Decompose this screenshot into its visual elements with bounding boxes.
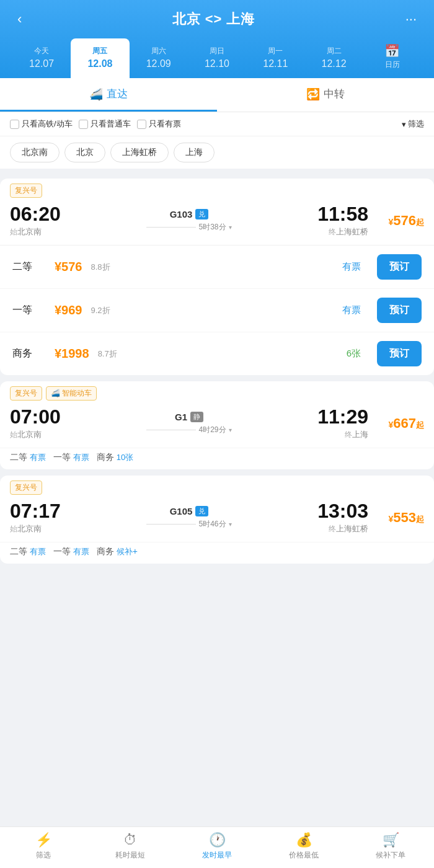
train-number: G103: [170, 209, 193, 219]
nav-label-cheapest: 价格最低: [289, 850, 319, 861]
nav-icon-waitlist: 🛒: [383, 832, 399, 848]
arrive-prefix: 终: [329, 228, 336, 236]
seat-avail: 有票: [342, 261, 361, 273]
date-item-mon[interactable]: 周一12.11: [246, 38, 304, 78]
back-button[interactable]: ‹: [12, 9, 27, 30]
filter-icon: ▾: [402, 120, 406, 129]
train-duration: 5时46分 ▾: [146, 519, 231, 529]
arrive-time: 11:29: [312, 407, 368, 427]
bottom-nav: ⚡筛选⏱耗时最短🕐发时最早💰价格最低🛒候补下单: [0, 826, 434, 868]
smart-train-tag: 🚄 智能动车: [46, 386, 97, 401]
more-button[interactable]: ···: [401, 9, 422, 30]
filter-putong[interactable]: 只看普通车: [79, 118, 131, 130]
nav-waitlist[interactable]: 🛒候补下单: [347, 832, 434, 861]
seat-price: ¥1998: [55, 347, 89, 361]
depart-time: 07:00: [10, 407, 66, 427]
train-middle: G103 兑 5时38分 ▾: [66, 209, 312, 232]
nav-icon-earliest: 🕐: [209, 832, 226, 848]
seat-row: 商务 ¥1998 8.7折 6张 预订: [0, 332, 434, 375]
tab-icon-transfer: 🔁: [306, 87, 320, 101]
train-main-row[interactable]: 06:20 始北京南 G103 兑 5时38分 ▾ 11:58 终上海虹桥 ¥5…: [0, 198, 434, 245]
nav-label-shortest: 耗时最短: [115, 850, 145, 861]
depart-station: 始北京南: [10, 429, 66, 440]
book-button[interactable]: 预订: [377, 298, 422, 323]
nav-shortest[interactable]: ⏱耗时最短: [87, 832, 174, 861]
price-col: ¥576起: [368, 213, 424, 229]
train-price: ¥553起: [388, 510, 424, 525]
date-item-tue[interactable]: 周二12.12: [304, 38, 363, 78]
station-sh[interactable]: 上海: [174, 143, 215, 162]
duration-text: 4时29分: [198, 425, 226, 435]
filter-ticket[interactable]: 只看有票: [137, 118, 181, 130]
seat-class: 商务: [12, 347, 42, 360]
station-bj[interactable]: 北京: [64, 143, 105, 162]
date-num: 12.07: [29, 58, 54, 69]
arrive-info: 11:58 终上海虹桥: [312, 204, 368, 237]
date-selector: 今天12.07周五12.08周六12.09周日12.10周一12.11周二12.…: [12, 38, 422, 78]
nav-icon-shortest: ⏱: [123, 832, 137, 848]
train-card-g103: 复兴号 06:20 始北京南 G103 兑 5时38分 ▾ 11:58 终上海虹…: [0, 179, 434, 375]
date-item-fri[interactable]: 周五12.08: [71, 38, 129, 78]
checkbox-ticket: [137, 120, 146, 129]
train-fuxing-tag: 复兴号: [10, 480, 42, 495]
train-middle: G105 兑 5时46分 ▾: [66, 506, 312, 529]
filter-button[interactable]: ▾ 筛选: [402, 118, 424, 130]
train-middle: G1 静 4时29分 ▾: [66, 412, 312, 435]
nav-icon-cheapest: 💰: [296, 832, 312, 848]
nav-earliest[interactable]: 🕐发时最早: [174, 832, 260, 861]
tab-label-direct: 直达: [107, 87, 128, 101]
seat-rows: 二等 ¥576 8.8折 有票 预订 一等 ¥969 9.2折 有票 预订 商务…: [0, 245, 434, 375]
price-col: ¥553起: [368, 510, 424, 526]
train-number: G1: [175, 412, 187, 422]
train-price: ¥667起: [388, 415, 424, 431]
date-num: 12.11: [263, 58, 288, 69]
nav-cheapest[interactable]: 💰价格最低: [260, 832, 347, 861]
train-duration: 4时29分 ▾: [146, 425, 231, 435]
train-main-row[interactable]: 07:17 始北京南 G105 兑 5时46分 ▾ 13:03 终上海虹桥 ¥5…: [0, 495, 434, 542]
seat-price: ¥969: [55, 303, 82, 317]
train-card-g1: 复兴号🚄 智能动车 07:00 始北京南 G1 静 4时29分 ▾ 11:29 …: [0, 381, 434, 469]
depart-info: 06:20 始北京南: [10, 204, 66, 237]
date-item-cal[interactable]: 📅日历: [363, 38, 422, 78]
duration-arrow: ▾: [229, 521, 232, 528]
train-number-row: G103 兑: [170, 209, 209, 219]
duration-text: 5时46分: [198, 519, 226, 529]
train-main-row[interactable]: 07:00 始北京南 G1 静 4时29分 ▾ 11:29 终上海 ¥667起: [0, 401, 434, 448]
compact-seat-一等: 一等 有票: [53, 546, 89, 557]
compact-seats: 二等 有票一等 有票商务 10张: [0, 448, 434, 469]
seat-discount: 9.2折: [91, 305, 110, 316]
tab-direct[interactable]: 🚄直达: [0, 78, 217, 112]
day-label: 周日: [210, 46, 224, 56]
date-num: 12.10: [205, 58, 229, 69]
date-item-today[interactable]: 今天12.07: [12, 38, 71, 78]
compact-seat-一等: 一等 有票: [53, 452, 89, 463]
duration-arrow: ▾: [229, 427, 232, 433]
train-tag-row: 复兴号: [0, 179, 434, 198]
station-shhq[interactable]: 上海虹桥: [110, 143, 169, 162]
seat-class: 二等: [12, 260, 42, 273]
train-number-row: G1 静: [175, 412, 203, 422]
depart-time: 06:20: [10, 204, 66, 224]
date-num: 12.08: [87, 58, 112, 69]
calendar-label: 日历: [385, 60, 400, 70]
compact-seat-二等: 二等 有票: [10, 452, 46, 463]
tab-label-transfer: 中转: [324, 87, 345, 101]
filter-gaotie[interactable]: 只看高铁/动车: [10, 118, 73, 130]
station-bjn[interactable]: 北京南: [10, 143, 60, 162]
train-fuxing-tag: 复兴号: [10, 386, 42, 401]
date-item-sun[interactable]: 周日12.10: [188, 38, 246, 78]
date-item-sat[interactable]: 周六12.09: [130, 38, 188, 78]
book-button[interactable]: 预订: [377, 254, 422, 280]
train-number: G105: [170, 506, 193, 516]
train-fuxing-tag: 复兴号: [10, 184, 42, 198]
filter-label-gaotie: 只看高铁/动车: [22, 118, 73, 130]
date-num: 12.09: [146, 58, 171, 69]
tab-transfer[interactable]: 🔁中转: [217, 78, 434, 112]
nav-label-filter: 筛选: [36, 850, 51, 861]
filter-label: 筛选: [408, 118, 424, 130]
nav-filter[interactable]: ⚡筛选: [0, 832, 87, 861]
duration-line: [146, 227, 196, 228]
nav-icon-filter: ⚡: [35, 832, 52, 848]
book-button[interactable]: 预订: [377, 341, 422, 366]
page-title: 北京 <> 上海: [172, 10, 255, 29]
